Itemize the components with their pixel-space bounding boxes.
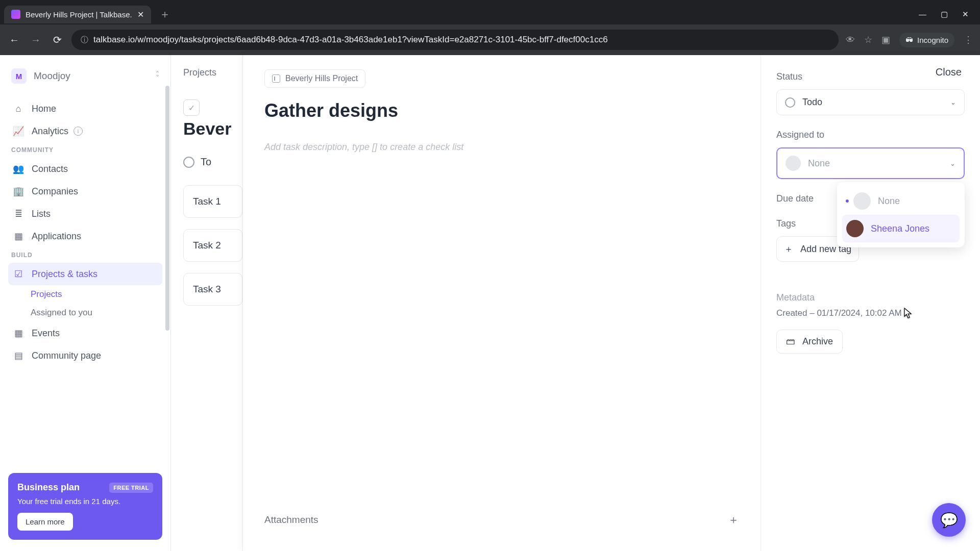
- page-icon: ▤: [13, 350, 23, 361]
- companies-icon: 🏢: [13, 186, 23, 197]
- reload-button[interactable]: ⟳: [50, 33, 64, 47]
- user-avatar: [846, 220, 864, 237]
- kebab-menu-icon[interactable]: ⋮: [964, 34, 973, 45]
- task-card[interactable]: Task 2: [183, 229, 242, 262]
- sidebar-item-events[interactable]: ▦ Events: [8, 322, 162, 344]
- task-sidebar: Status Todo ⌄ Assigned to None ⌄ No: [761, 55, 980, 551]
- contacts-icon: 👥: [13, 163, 23, 174]
- plus-icon: ＋: [784, 243, 793, 255]
- promo-card: Business plan FREE TRIAL Your free trial…: [8, 473, 162, 540]
- avatar-placeholder-icon: [786, 156, 801, 171]
- chat-fab-button[interactable]: 💬: [932, 503, 966, 537]
- close-panel-button[interactable]: Close: [936, 66, 962, 78]
- status-circle-icon: [183, 157, 194, 168]
- column-status[interactable]: To: [183, 156, 242, 168]
- sidebar-item-home[interactable]: ⌂ Home: [8, 98, 162, 120]
- breadcrumb[interactable]: Projects: [183, 67, 242, 78]
- learn-more-button[interactable]: Learn more: [17, 513, 73, 531]
- sidebar-item-projects-tasks[interactable]: ☑ Projects & tasks: [8, 263, 162, 285]
- workspace-avatar: M: [11, 68, 27, 84]
- section-label-build: BUILD: [8, 247, 162, 263]
- assignee-select[interactable]: None ⌄ None Sheena Jones: [776, 147, 965, 179]
- panel-icon[interactable]: ▣: [881, 34, 890, 45]
- lists-icon: ≣: [13, 208, 23, 219]
- task-description-input[interactable]: Add task description, type [] to create …: [264, 142, 739, 153]
- sidebar-item-applications[interactable]: ▦ Applications: [8, 225, 162, 247]
- page-title: Bever: [183, 119, 242, 139]
- incognito-badge[interactable]: 🕶 Incognito: [899, 33, 954, 47]
- maximize-icon[interactable]: ▢: [941, 10, 948, 19]
- browser-tab[interactable]: Beverly Hills Project | Talkbase. ✕: [4, 6, 151, 23]
- forward-button[interactable]: →: [29, 33, 43, 47]
- home-icon: ⌂: [13, 104, 23, 114]
- chat-icon: 💬: [940, 512, 958, 529]
- sidebar-item-community-page[interactable]: ▤ Community page: [8, 344, 162, 367]
- incognito-icon: 🕶: [905, 36, 913, 44]
- minimize-icon[interactable]: ―: [919, 10, 926, 19]
- calendar-icon: ▦: [13, 328, 23, 339]
- sidebar-sub-assigned[interactable]: Assigned to you: [8, 304, 162, 322]
- chart-icon: 📈: [13, 126, 23, 137]
- status-select[interactable]: Todo ⌄: [776, 89, 965, 115]
- status-ring-icon: [785, 97, 795, 108]
- updown-caret-icon: ˄˅: [156, 72, 159, 80]
- eye-off-icon[interactable]: 👁: [846, 35, 855, 45]
- sidebar-scrollbar[interactable]: [165, 86, 169, 331]
- archive-button[interactable]: 🗃 Archive: [776, 330, 843, 354]
- dropdown-item-none[interactable]: None: [842, 187, 960, 215]
- sidebar-item-lists[interactable]: ≣ Lists: [8, 203, 162, 225]
- sidebar-item-analytics[interactable]: 📈 Analytics i: [8, 120, 162, 142]
- dropdown-item-user[interactable]: Sheena Jones: [842, 215, 960, 242]
- address-bar[interactable]: ⓘ talkbase.io/w/moodjoy/tasks/projects/6…: [71, 30, 839, 50]
- task-card[interactable]: Task 3: [183, 273, 242, 306]
- check-square-icon: ☑: [13, 268, 23, 280]
- close-window-icon[interactable]: ✕: [962, 10, 969, 19]
- sidebar-item-companies[interactable]: 🏢 Companies: [8, 180, 162, 203]
- sidebar: M Moodjoy ˄˅ ⌂ Home 📈 Analytics i COMMUN…: [0, 55, 171, 551]
- assignee-dropdown: None Sheena Jones: [837, 182, 965, 247]
- archive-icon: 🗃: [786, 336, 795, 347]
- workspace-name: Moodjoy: [34, 70, 70, 82]
- tab-close-icon[interactable]: ✕: [137, 10, 144, 19]
- avatar-placeholder-icon: [853, 192, 871, 210]
- tab-title: Beverly Hills Project | Talkbase.: [26, 10, 132, 19]
- project-chip[interactable]: Beverly Hills Project: [264, 69, 365, 88]
- assigned-label: Assigned to: [776, 130, 965, 140]
- chevron-down-icon: ⌄: [950, 160, 955, 167]
- task-card[interactable]: Task 1: [183, 185, 242, 218]
- main-column: Projects ✓ Bever To Task 1 Task 2 Task 3: [171, 55, 242, 551]
- sidebar-item-contacts[interactable]: 👥 Contacts: [8, 158, 162, 180]
- metadata-label: Metadata: [776, 292, 965, 303]
- task-panel: Beverly Hills Project Gather designs Add…: [242, 55, 980, 551]
- workspace-switcher[interactable]: M Moodjoy ˄˅: [8, 66, 162, 86]
- site-info-icon[interactable]: ⓘ: [81, 35, 88, 45]
- section-label-community: COMMUNITY: [8, 142, 162, 158]
- apps-icon: ▦: [13, 231, 23, 242]
- task-title[interactable]: Gather designs: [264, 100, 739, 121]
- promo-badge: FREE TRIAL: [109, 483, 153, 493]
- url-text: talkbase.io/w/moodjoy/tasks/projects/6aa…: [93, 35, 608, 45]
- project-icon: ✓: [183, 99, 200, 116]
- promo-text: Your free trial ends in 21 days.: [17, 497, 153, 506]
- bookmark-icon[interactable]: ☆: [864, 34, 872, 45]
- attachments-label: Attachments: [264, 514, 318, 525]
- back-button[interactable]: ←: [7, 33, 21, 47]
- add-attachment-button[interactable]: ＋: [728, 512, 739, 528]
- created-text: Created – 01/17/2024, 10:02 AM: [776, 308, 965, 318]
- promo-title: Business plan: [17, 482, 80, 493]
- sidebar-sub-projects[interactable]: Projects: [8, 285, 162, 304]
- new-tab-button[interactable]: ＋: [155, 5, 175, 24]
- project-chip-icon: [272, 74, 280, 83]
- chevron-down-icon: ⌄: [950, 98, 956, 106]
- favicon-icon: [11, 10, 20, 19]
- info-icon[interactable]: i: [74, 127, 83, 136]
